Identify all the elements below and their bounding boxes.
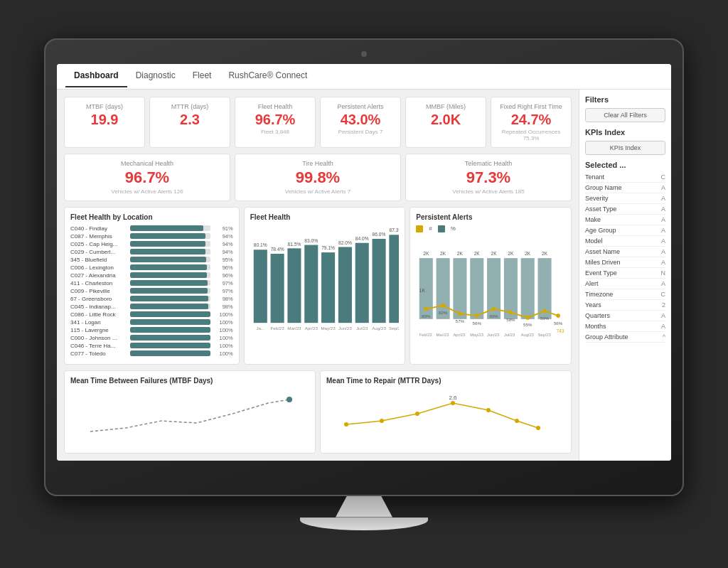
- location-item: C040 - Findlay 91%: [70, 225, 233, 232]
- selected-item-value: A: [661, 205, 665, 213]
- mttr-card: Mean Time to Repair (MTTR Days): [320, 370, 572, 454]
- list-item[interactable]: Event Type N: [585, 268, 665, 279]
- svg-text:2K: 2K: [474, 251, 481, 256]
- location-bar: [130, 272, 207, 278]
- kpis-index-button[interactable]: KPIs Index: [585, 141, 665, 155]
- health-value-0: 96.7%: [72, 168, 223, 187]
- location-name: 115 - Lavergne: [70, 327, 127, 333]
- list-item[interactable]: Asset Name A: [585, 247, 665, 257]
- persistent-alerts-legend: # %: [416, 225, 565, 232]
- mttr-title: Mean Time to Repair (MTTR Days): [326, 377, 565, 385]
- svg-point-45: [441, 303, 446, 307]
- svg-point-47: [475, 314, 479, 318]
- location-item: 115 - Lavergne 100%: [70, 327, 233, 333]
- svg-point-76: [486, 408, 491, 412]
- selected-item-label: Model: [585, 237, 603, 245]
- selected-item-value: A: [661, 237, 665, 245]
- location-name: C027 - Alexandria: [70, 272, 127, 279]
- location-bar: [130, 343, 210, 348]
- list-item[interactable]: Quarters A: [585, 311, 665, 321]
- location-bar: [130, 225, 203, 231]
- svg-text:Jun/23: Jun/23: [338, 325, 352, 330]
- clear-filters-button[interactable]: Clear All Filters: [585, 108, 665, 122]
- location-bar: [130, 257, 206, 262]
- list-item[interactable]: Group Attribute ^: [585, 332, 665, 343]
- location-bar-bg: [130, 327, 210, 333]
- location-bar: [130, 296, 208, 301]
- svg-point-77: [515, 419, 519, 423]
- svg-rect-30: [471, 258, 484, 319]
- kpi-label-1: MTTR (days): [157, 103, 223, 110]
- svg-text:55%: 55%: [523, 322, 532, 327]
- location-pct: 100%: [213, 327, 233, 333]
- location-pct: 94%: [213, 241, 233, 247]
- location-list: C040 - Findlay 91% C087 - Memphis 94% C0…: [70, 225, 233, 357]
- kpi-sub-5: Repeated Occurrences 75.3%: [498, 129, 564, 141]
- health-label-1: Tire Health: [242, 160, 393, 167]
- svg-rect-29: [454, 258, 467, 319]
- selected-item-label: Quarters: [585, 312, 610, 319]
- mtbf-title: Mean Time Between Failures (MTBF Days): [70, 377, 309, 385]
- selected-item-label: Years: [585, 301, 601, 309]
- location-bar: [130, 241, 205, 247]
- monitor-stand: [44, 496, 684, 530]
- svg-text:84.0%: 84.0%: [355, 235, 368, 240]
- list-item[interactable]: Years 2: [585, 300, 665, 311]
- location-pct: 94%: [213, 249, 233, 255]
- health-sub-1: Vehicles w/ Active Alerts 7: [242, 188, 393, 195]
- svg-text:81.5%: 81.5%: [287, 241, 301, 246]
- kpi-value-3: 43.0%: [328, 112, 393, 127]
- selected-item-value: A: [661, 216, 665, 223]
- legend-pct-label: %: [451, 225, 456, 232]
- location-name: C087 - Memphis: [70, 233, 127, 240]
- selected-item-label: Event Type: [585, 269, 617, 277]
- stand-neck: [336, 496, 392, 518]
- list-item[interactable]: Age Group A: [585, 225, 665, 236]
- location-name: C077 - Toledo: [70, 350, 127, 357]
- location-pct: 97%: [213, 288, 233, 294]
- svg-text:2K: 2K: [457, 251, 464, 256]
- tab-rushcare[interactable]: RushCare® Connect: [220, 65, 316, 87]
- list-item[interactable]: Alert A: [585, 279, 665, 289]
- kpi-value-0: 19.9: [72, 112, 137, 127]
- selected-item-label: Group Attribute: [585, 333, 628, 341]
- svg-text:743: 743: [557, 328, 564, 333]
- content-area: MTBF (days) 19.9 MTTR (days) 2.3 Fleet H…: [57, 90, 579, 461]
- list-item[interactable]: Months A: [585, 321, 665, 332]
- location-bar: [130, 304, 208, 309]
- list-item[interactable]: Tenant C: [585, 172, 665, 183]
- list-item[interactable]: Timezone C: [585, 289, 665, 300]
- selected-item-value: N: [661, 269, 666, 277]
- tab-fleet[interactable]: Fleet: [184, 65, 220, 87]
- location-item: C009 - Pikeville 97%: [70, 288, 233, 294]
- svg-point-75: [451, 401, 455, 405]
- selected-title: Selected ...: [585, 161, 665, 169]
- kpi-value-4: 2.0K: [413, 112, 478, 127]
- location-bar-bg: [130, 288, 210, 294]
- location-pct: 100%: [213, 335, 233, 341]
- selected-item-value: C: [661, 291, 666, 298]
- list-item[interactable]: Group Name A: [585, 183, 665, 193]
- selected-item-label: Asset Type: [585, 205, 616, 213]
- svg-point-71: [287, 397, 292, 402]
- list-item[interactable]: Make A: [585, 215, 665, 225]
- svg-text:82.0%: 82.0%: [338, 240, 352, 245]
- svg-text:Mar/23: Mar/23: [437, 332, 449, 336]
- health-card-1: Tire Health 99.8% Vehicles w/ Active Ale…: [235, 154, 401, 201]
- location-item: 411 - Charleston 97%: [70, 280, 233, 286]
- charts-row: Fleet Health by Location C040 - Findlay …: [64, 207, 572, 365]
- location-item: C027 - Alexandria 96%: [70, 272, 233, 279]
- stand-base: [300, 518, 428, 530]
- svg-rect-2: [287, 248, 301, 323]
- mttr-chart: 2.6: [326, 389, 565, 446]
- tab-diagnostic[interactable]: Diagnostic: [127, 65, 184, 87]
- list-item[interactable]: Severity A: [585, 193, 665, 204]
- tab-dashboard[interactable]: Dashboard: [65, 65, 127, 87]
- list-item[interactable]: Model A: [585, 236, 665, 247]
- list-item[interactable]: Miles Driven A: [585, 257, 665, 268]
- location-bar-bg: [130, 319, 210, 325]
- svg-text:Aug/23: Aug/23: [521, 332, 534, 336]
- list-item[interactable]: Asset Type A: [585, 204, 665, 215]
- health-value-1: 99.8%: [242, 168, 393, 187]
- svg-rect-0: [253, 250, 267, 323]
